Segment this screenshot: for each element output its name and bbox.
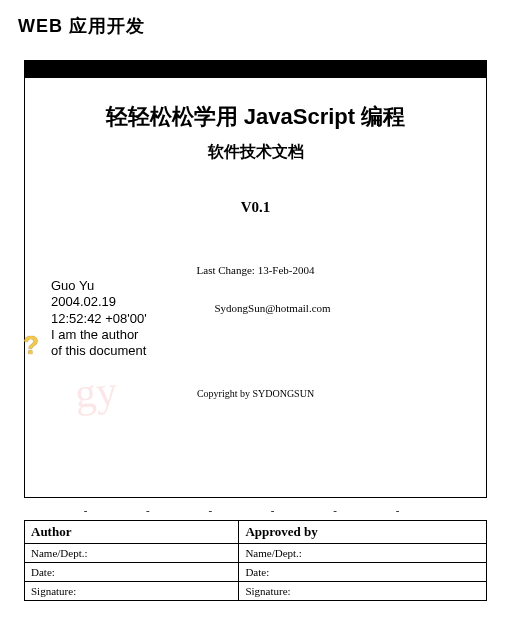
document-title: 轻轻松松学用 JavaScript 编程 [37, 102, 474, 132]
document-subtitle: 软件技术文档 [37, 142, 474, 163]
row-label: Date: [25, 563, 95, 582]
author-date-value [95, 563, 239, 582]
title-bar [24, 60, 487, 78]
sig-statement-2: of this document [51, 343, 147, 359]
author-name-value [95, 544, 239, 563]
approved-by-header: Approved by [239, 521, 487, 544]
author-header: Author [25, 521, 239, 544]
document-version: V0.1 [37, 199, 474, 216]
row-label: Signature: [25, 582, 95, 601]
table-row: Signature: Signature: [25, 582, 487, 601]
table-row: Name/Dept.: Name/Dept.: [25, 544, 487, 563]
signature-stamp: Guo Yu 2004.02.19 12:52:42 +08'00' I am … [51, 278, 147, 359]
row-label: Date: [239, 563, 309, 582]
approved-signature-value [309, 582, 487, 601]
author-signature-value [95, 582, 239, 601]
row-label: Signature: [239, 582, 309, 601]
row-label: Name/Dept.: [239, 544, 309, 563]
page-header: WEB 应用开发 [0, 0, 511, 38]
last-change: Last Change: 13-Feb-2004 [37, 264, 474, 276]
separator-dots: - - - - - - [24, 504, 487, 516]
table-row: Date: Date: [25, 563, 487, 582]
sig-statement-1: I am the author [51, 327, 147, 343]
last-change-date: 13-Feb-2004 [258, 264, 315, 276]
sig-name: Guo Yu [51, 278, 147, 294]
question-mark-icon: ? [23, 330, 39, 361]
copyright-line: Copyright by SYDONGSUN [37, 388, 474, 399]
sig-time: 12:52:42 +08'00' [51, 311, 147, 327]
approved-date-value [309, 563, 487, 582]
document-cover-frame: 轻轻松松学用 JavaScript 编程 软件技术文档 V0.1 Last Ch… [24, 78, 487, 498]
approval-table: Author Approved by Name/Dept.: Name/Dept… [24, 520, 487, 601]
last-change-label: Last Change: [197, 264, 255, 276]
row-label: Name/Dept.: [25, 544, 95, 563]
sig-date: 2004.02.19 [51, 294, 147, 310]
approved-name-value [309, 544, 487, 563]
